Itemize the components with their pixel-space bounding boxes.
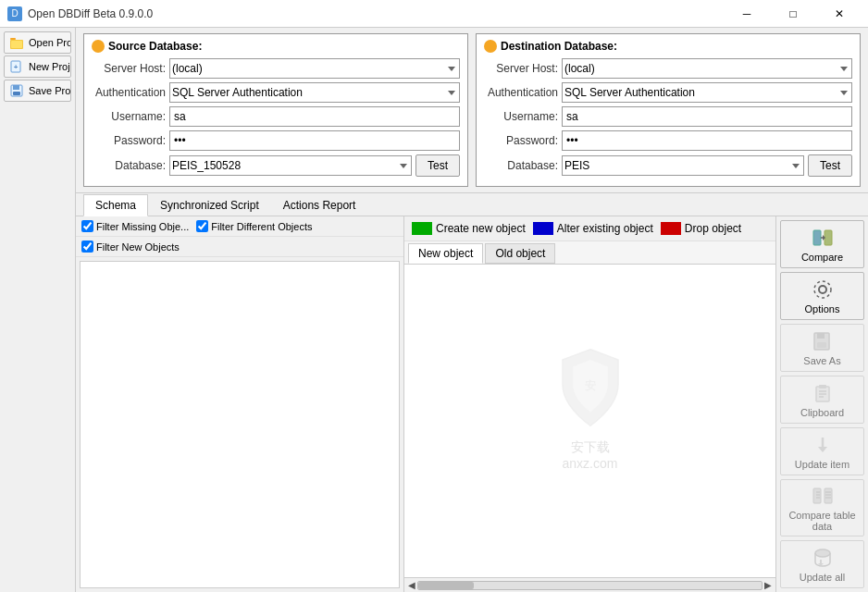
save-as-icon: [810, 330, 836, 352]
source-auth-select[interactable]: SQL Server Authentication: [169, 82, 460, 103]
maximize-button[interactable]: □: [772, 0, 814, 28]
action-panel: Compare Options Save As: [775, 216, 868, 592]
watermark-shield-svg: 安: [549, 346, 632, 429]
filter-different-label[interactable]: Filter Different Objects: [196, 220, 312, 232]
close-button[interactable]: ✕: [818, 0, 861, 28]
watermark: 安 安下载anxz.com: [549, 346, 632, 471]
new-project-button[interactable]: + New Project: [4, 56, 71, 78]
tabs-row: Schema Synchronized Script Actions Repor…: [76, 193, 868, 216]
source-password-input[interactable]: [169, 130, 460, 151]
source-db-title: Source Database:: [92, 40, 460, 53]
diff-scrollbar: ◀ ▶: [404, 577, 775, 592]
filter-missing-label[interactable]: Filter Missing Obje...: [81, 220, 189, 232]
legend-alter-color: [533, 222, 553, 235]
filter-row-2: Filter New Objects: [76, 237, 403, 257]
legend-alter: Alter existing object: [533, 222, 653, 235]
update-item-icon: [810, 434, 836, 456]
sidebar-toolbar: Open Pro... + New Project Save Pro...: [0, 28, 76, 592]
svg-point-13: [819, 286, 826, 293]
source-password-row: Password:: [92, 130, 460, 151]
svg-rect-7: [13, 92, 20, 95]
source-auth-row: Authentication SQL Server Authentication: [92, 82, 460, 103]
source-username-row: Username:: [92, 106, 460, 127]
svg-point-32: [815, 549, 830, 557]
dest-server-host-row: Server Host: (local): [484, 58, 852, 79]
object-tabs: New object Old object: [404, 241, 775, 265]
dest-username-input[interactable]: [562, 106, 852, 127]
svg-marker-23: [818, 447, 827, 452]
source-username-input[interactable]: [169, 106, 460, 127]
dest-test-button[interactable]: Test: [808, 154, 852, 177]
legend-create: Create new object: [412, 222, 526, 235]
save-as-button[interactable]: Save As: [780, 324, 864, 372]
minimize-button[interactable]: ─: [725, 0, 768, 28]
update-all-button[interactable]: Update all: [780, 540, 864, 588]
tab-schema[interactable]: Schema: [83, 194, 148, 216]
compare-icon: [810, 227, 836, 249]
schema-panel: Filter Missing Obje... Filter Different …: [76, 216, 404, 592]
filter-missing-checkbox[interactable]: [81, 220, 93, 232]
save-project-button[interactable]: Save Pro...: [4, 80, 71, 102]
filter-different-checkbox[interactable]: [196, 220, 208, 232]
dest-server-host-select[interactable]: (local): [562, 58, 852, 79]
source-db-panel: Source Database: Server Host: (local) Au…: [83, 33, 468, 187]
source-server-host-row: Server Host: (local): [92, 58, 460, 79]
db-panels-row: Source Database: Server Host: (local) Au…: [76, 28, 868, 193]
save-icon: [10, 84, 25, 97]
schema-tree[interactable]: [80, 261, 400, 588]
dest-password-input[interactable]: [562, 130, 852, 151]
update-item-button[interactable]: Update item: [780, 427, 864, 475]
open-project-button[interactable]: Open Pro...: [4, 31, 71, 54]
tab-actions-report[interactable]: Actions Report: [271, 194, 368, 216]
source-database-select[interactable]: PEIS_150528: [169, 155, 412, 176]
scrollbar-thumb[interactable]: [418, 582, 474, 589]
window-controls: ─ □ ✕: [725, 0, 861, 28]
svg-text:+: +: [14, 63, 19, 71]
compare-button[interactable]: Compare: [780, 220, 864, 268]
scroll-left-arrow[interactable]: ◀: [406, 580, 417, 590]
clipboard-icon: [810, 382, 836, 404]
update-all-icon: [810, 547, 836, 569]
legend-create-color: [412, 222, 432, 235]
content-below-tabs: Filter Missing Obje... Filter Different …: [76, 216, 868, 592]
diff-content: 安 安下载anxz.com: [404, 265, 775, 577]
svg-rect-10: [825, 230, 832, 245]
legend-drop-color: [661, 222, 681, 235]
filter-new-label[interactable]: Filter New Objects: [81, 240, 180, 253]
dest-database-select[interactable]: PEIS: [562, 155, 804, 176]
svg-rect-0: [10, 38, 16, 40]
dest-username-row: Username:: [484, 106, 852, 127]
filter-row-1: Filter Missing Obje... Filter Different …: [76, 216, 403, 237]
legend-drop: Drop object: [661, 222, 741, 235]
new-project-icon: +: [10, 60, 25, 73]
source-database-row: Database: PEIS_150528 Test: [92, 154, 460, 177]
dest-db-panel: Destination Database: Server Host: (loca…: [476, 33, 861, 187]
obj-tab-old[interactable]: Old object: [485, 243, 555, 264]
compare-table-data-button[interactable]: Compare table data: [780, 479, 864, 536]
dest-db-title: Destination Database:: [484, 40, 852, 53]
source-server-host-select[interactable]: (local): [169, 58, 460, 79]
folder-open-icon: [10, 36, 25, 49]
compare-table-icon: [810, 485, 836, 507]
scrollbar-track[interactable]: [417, 581, 763, 590]
source-test-button[interactable]: Test: [415, 154, 460, 177]
svg-rect-2: [11, 41, 22, 48]
legend-row: Create new object Alter existing object …: [404, 216, 775, 241]
svg-rect-6: [13, 85, 19, 90]
obj-tab-new[interactable]: New object: [408, 243, 483, 264]
app-icon: D: [7, 6, 22, 21]
clipboard-button[interactable]: Clipboard: [780, 376, 864, 424]
filter-new-checkbox[interactable]: [81, 240, 93, 253]
options-button[interactable]: Options: [780, 272, 864, 320]
app-title: Open DBDiff Beta 0.9.0.0: [28, 7, 153, 20]
title-bar: D Open DBDiff Beta 0.9.0.0 ─ □ ✕: [0, 0, 868, 28]
svg-rect-16: [817, 333, 825, 339]
watermark-text: 安下载anxz.com: [549, 439, 632, 471]
svg-text:安: 安: [584, 379, 596, 392]
scroll-right-arrow[interactable]: ▶: [763, 580, 774, 590]
tab-sync-script[interactable]: Synchronized Script: [148, 194, 271, 216]
source-db-icon: [92, 40, 105, 53]
dest-database-row: Database: PEIS Test: [484, 154, 852, 177]
dest-auth-select[interactable]: SQL Server Authentication: [562, 82, 852, 103]
svg-rect-19: [819, 385, 826, 388]
